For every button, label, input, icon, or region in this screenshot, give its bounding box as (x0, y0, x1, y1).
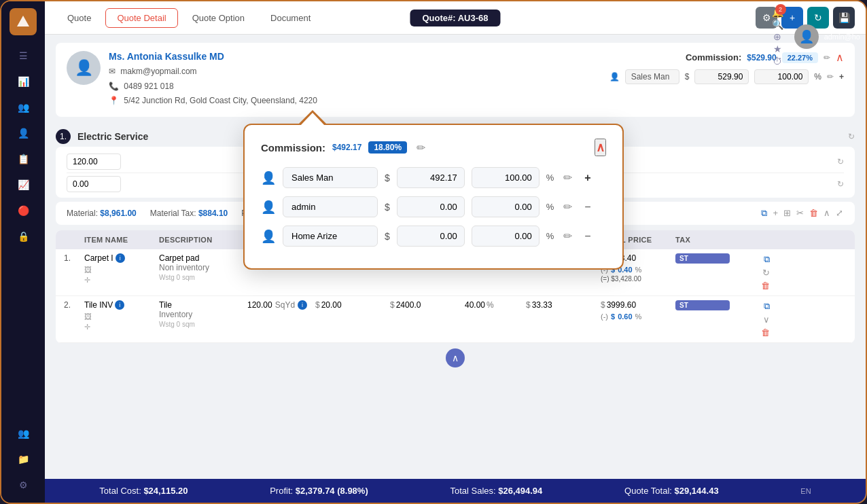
popup-admin-input[interactable] (283, 196, 378, 217)
move-icon[interactable]: ✛ (84, 276, 159, 285)
refresh-icon-2[interactable]: ↻ (837, 179, 844, 189)
lang-indicator: EN (800, 487, 811, 495)
popup-commission-label: Commission: (261, 142, 325, 154)
move-btn[interactable]: ⊞ (783, 207, 792, 219)
popup-remove-btn-3[interactable]: − (582, 229, 593, 244)
cut-btn[interactable]: ✂ (796, 207, 804, 219)
row-1-desc-2: Non inventory (159, 263, 247, 272)
sidebar-item-secure[interactable]: 🔒 (12, 226, 34, 247)
search-icon[interactable]: 🔍 (772, 19, 783, 30)
popup-person-icon-2: 👤 (261, 200, 276, 215)
row-2-unit-price: $ 33.33 (526, 300, 601, 310)
profit-value: $2,379.74 (8.98%) (296, 486, 368, 496)
copy-btn[interactable]: ⧉ (760, 207, 768, 219)
row-2-delete[interactable]: 🗑 (760, 327, 771, 338)
add-row-btn[interactable]: + (772, 207, 779, 219)
popup-close-button[interactable]: ∧ (595, 139, 606, 156)
star-icon[interactable]: ★ (773, 43, 782, 54)
tab-quote[interactable]: Quote (56, 8, 103, 28)
sidebar-item-chart[interactable]: 📈 (12, 174, 34, 196)
popup-arrow-outer (298, 110, 328, 125)
sidebar-item-folder[interactable]: 📁 (12, 448, 34, 470)
refresh-icon-1[interactable]: ↻ (837, 157, 844, 166)
commission-row: 👤 Sales Man $ % ✏ + (609, 69, 844, 84)
expand-btn[interactable]: ⤢ (835, 207, 844, 219)
sidebar-item-settings[interactable]: ⚙ (12, 474, 34, 496)
sidebar-item-users[interactable]: 👥 (12, 96, 34, 118)
add-icon[interactable]: + (839, 72, 844, 82)
sidebar-item-person[interactable]: 👤 (12, 122, 34, 144)
row-1-delete[interactable]: 🗑 (760, 280, 771, 291)
edit-icon[interactable]: ✏ (827, 72, 834, 82)
move-icon-2[interactable]: ✛ (84, 323, 159, 331)
row-2-qty-info[interactable]: i (298, 300, 307, 310)
row-1-copy[interactable]: ⧉ (763, 253, 771, 266)
customer-address: 5/42 Junction Rd, Gold Coast City, Queen… (124, 96, 317, 105)
tab-document[interactable]: Document (259, 8, 322, 28)
popup-admin-amount[interactable] (397, 196, 465, 217)
commission-pct-input[interactable] (754, 69, 809, 84)
popup-admin-pct[interactable] (472, 196, 539, 217)
popup-edit-btn-2[interactable]: ✏ (561, 199, 575, 215)
popup-edit-btn-1[interactable]: ✏ (561, 170, 575, 185)
row-2-total-price: $ 3999.60 (-) $ 0.60 % (601, 300, 675, 321)
row-2-up-val: 33.33 (532, 300, 552, 310)
qty-input-2[interactable] (67, 176, 121, 192)
notification-badge: 2 (775, 4, 786, 15)
sidebar-item-menu[interactable]: ☰ (12, 45, 34, 67)
scroll-up-button[interactable]: ∧ (446, 348, 465, 367)
customer-email: makm@yopmail.com (120, 67, 196, 76)
row-2-down[interactable]: ∨ (762, 314, 771, 325)
row-1-total-after: (=) $3,428.00 (601, 275, 675, 283)
popup-row-3: 👤 $ % ✏ − (261, 226, 606, 247)
clock-icon[interactable]: ⏱ (773, 56, 782, 67)
section-refresh-icon[interactable]: ↻ (848, 132, 855, 141)
logo[interactable] (10, 8, 37, 35)
popup-edit-btn-3[interactable]: ✏ (561, 228, 575, 244)
popup-salesman-amount[interactable] (397, 167, 465, 188)
row-2-wstg: Wstg 0 sqm (159, 321, 247, 328)
row-2-copy[interactable]: ⧉ (763, 300, 771, 312)
commission-amount-input[interactable] (694, 69, 749, 84)
popup-remove-btn-2[interactable]: − (582, 200, 593, 215)
total-sales-value: $26,494.94 (498, 486, 542, 496)
popup-salesman-pct[interactable] (472, 167, 539, 188)
plus-circle-icon[interactable]: ⊕ (773, 31, 781, 42)
popup-header: Commission: $492.17 18.80% ✏ ∧ (261, 139, 606, 156)
sidebar-item-team[interactable]: 👥 (12, 422, 34, 444)
popup-row-1: 👤 $ % ✏ + (261, 167, 606, 188)
pct-label: % (814, 72, 821, 82)
row-1-info-icon[interactable]: i (116, 253, 125, 263)
row-2-desc-2: Inventory (159, 310, 247, 319)
popup-dollar-1: $ (385, 173, 390, 183)
image-icon-2: 🖼 (84, 312, 159, 321)
row-2-up-dollar: $ (526, 300, 531, 310)
row-2-info-icon[interactable]: i (115, 300, 124, 310)
tab-quote-option[interactable]: Quote Option (181, 8, 256, 28)
popup-salesman-input[interactable] (283, 167, 378, 188)
scroll-up-area: ∧ (56, 343, 855, 373)
person-icon: 👤 (609, 72, 620, 82)
row-2-uc-val: 20.00 (321, 300, 342, 310)
sidebar-item-analytics[interactable]: 📊 (12, 71, 34, 92)
popup-homearize-input[interactable] (283, 226, 378, 247)
qty-input-1[interactable] (67, 154, 121, 170)
commission-popup: Commission: $492.17 18.80% ✏ ∧ 👤 $ % ✏ (243, 110, 624, 270)
user-avatar[interactable]: 👤 (794, 24, 819, 49)
customer-name: Ms. Antonia Kassulke MD (109, 51, 320, 62)
popup-edit-button[interactable]: ✏ (414, 140, 428, 156)
sidebar: ☰ 📊 👥 👤 📋 📈 🔴 🔒 👥 📁 ⚙ (1, 1, 45, 503)
row-2-discount-val: 0.60 (618, 312, 632, 321)
popup-homearize-amount[interactable] (397, 226, 465, 247)
quote-total-value: $29,144.43 (675, 486, 719, 496)
popup-homearize-pct[interactable] (472, 226, 539, 247)
sidebar-item-active[interactable]: 🔴 (12, 200, 34, 221)
row-1-rotate[interactable]: ↻ (762, 267, 771, 278)
tab-quote-detail[interactable]: Quote Detail (105, 8, 177, 28)
notification-icon[interactable]: 🔔 2 (772, 7, 783, 18)
sidebar-item-list[interactable]: 📋 (12, 148, 34, 170)
delete-btn[interactable]: 🗑 (809, 207, 819, 219)
popup-add-btn-1[interactable]: + (582, 170, 593, 185)
up-btn[interactable]: ∧ (823, 207, 831, 219)
quote-total-label: Quote Total: (624, 486, 672, 496)
